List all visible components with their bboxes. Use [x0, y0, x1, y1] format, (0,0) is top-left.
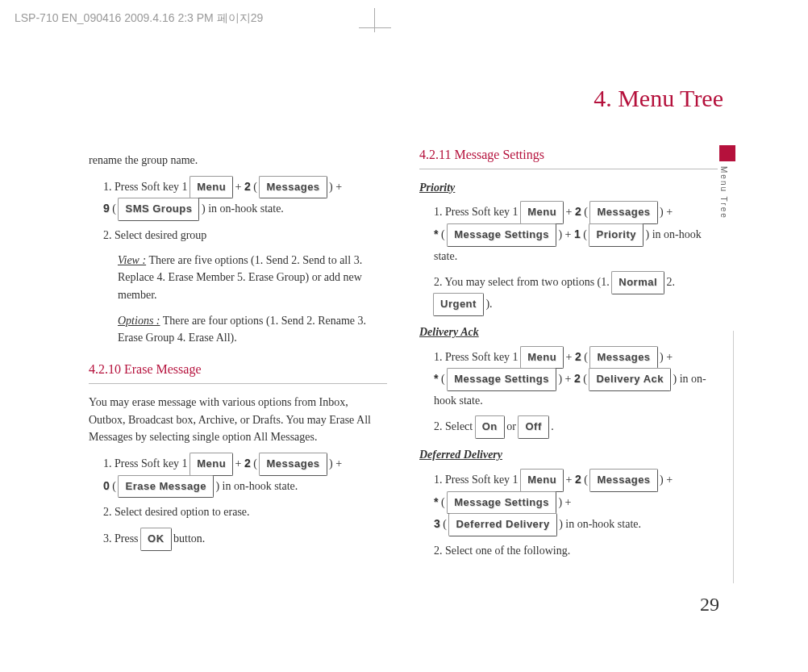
body-text: 1. Press Soft key 1	[434, 474, 521, 486]
messages-button: Messages	[260, 177, 326, 198]
body-text: +	[235, 181, 244, 193]
section-heading: 4.2.10 Erase Message	[89, 360, 387, 384]
vertical-rule	[733, 331, 734, 583]
body-text: 1. Press Soft key 1	[434, 206, 521, 218]
body-text: .	[551, 420, 554, 432]
menu-button: Menu	[190, 177, 232, 198]
body-text: +	[566, 474, 575, 486]
message-settings-button: Message Settings	[448, 492, 556, 514]
delivery-ack-button: Delivery Ack	[589, 369, 670, 390]
body-text: ) +	[660, 351, 673, 363]
body-text: 1. Press Soft key 1	[434, 351, 521, 363]
body-text: There are five options (1. Send 2. Send …	[118, 254, 362, 301]
on-button: On	[476, 416, 504, 438]
emphasis: Options :	[118, 315, 160, 327]
crop-mark-icon	[363, 16, 387, 40]
key-1: 1	[574, 227, 581, 240]
key-2: 2	[575, 350, 581, 363]
body-text: ) +	[558, 228, 574, 240]
off-button: Off	[519, 416, 548, 438]
body-text: 1. Press Soft key 1	[103, 457, 190, 470]
key-0: 0	[103, 479, 110, 492]
side-tab-label: Menu Tree	[719, 166, 728, 219]
list-item: 2. Select desired group	[103, 225, 387, 247]
body-text: ).	[485, 298, 492, 310]
message-settings-button: Message Settings	[448, 224, 556, 246]
emphasis: View :	[118, 254, 146, 266]
key-2: 2	[574, 372, 581, 385]
list-item: 2. You may select from two options (1. N…	[434, 272, 718, 315]
list-item: 2. Select desired option to erase.	[103, 502, 387, 524]
body-text: 1. Press Soft key 1	[103, 181, 190, 193]
menu-button: Menu	[521, 347, 563, 369]
body-text: ) +	[660, 206, 673, 218]
chapter-title: 4. Menu Tree	[594, 85, 723, 112]
section-marker-icon	[719, 145, 735, 161]
column-right: 4.2.11 Message Settings Priority 1. Pres…	[419, 145, 718, 567]
pdf-header-meta: LSP-710 EN_090416 2009.4.16 2:3 PM 페이지29	[15, 11, 263, 26]
body-text: ) +	[558, 496, 571, 508]
body-text: ) +	[558, 373, 574, 385]
messages-button: Messages	[590, 347, 656, 369]
menu-button: Menu	[521, 202, 563, 223]
body-text: ) in on-hook state.	[559, 518, 641, 530]
key-2: 2	[575, 473, 581, 486]
key-star: *	[434, 372, 438, 385]
key-2: 2	[244, 457, 251, 470]
page-number: 29	[700, 594, 719, 616]
sms-groups-button: SMS Groups	[119, 198, 198, 220]
sub-heading-delivery-ack: Delivery Ack	[419, 323, 718, 341]
body-text: 2.	[667, 276, 676, 288]
deferred-delivery-button: Deferred Delivery	[449, 514, 556, 536]
list-item: 1. Press Soft key 1 Menu + 2 ( Messages …	[434, 201, 718, 267]
message-settings-button: Message Settings	[448, 369, 556, 390]
key-2: 2	[244, 180, 251, 193]
body-text: ) +	[329, 457, 342, 470]
priority-button: Priority	[589, 224, 643, 246]
list-item: 3. Press OK button.	[103, 528, 387, 550]
menu-button: Menu	[190, 453, 232, 475]
note-options: Options : There are four options (1. Sen…	[118, 312, 387, 347]
list-item: 2. Select one of the following.	[434, 541, 718, 562]
normal-button: Normal	[612, 272, 664, 294]
messages-button: Messages	[590, 202, 656, 223]
section-heading: 4.2.11 Message Settings	[419, 145, 718, 169]
body-text: or	[506, 420, 519, 432]
body-text: )	[673, 373, 677, 385]
body-text: +	[566, 206, 575, 218]
ok-button: OK	[141, 528, 171, 550]
body-text: 2. Select	[434, 420, 476, 432]
body-text: ) +	[660, 474, 673, 486]
list-item: 1. Press Soft key 1 Menu + 2 ( Messages …	[434, 469, 718, 536]
body-text: You may erase message with various optio…	[89, 394, 387, 446]
key-star: *	[434, 495, 438, 508]
menu-button: Menu	[521, 470, 563, 491]
list-item: 2. Select On or Off .	[434, 416, 718, 438]
list-item: 1. Press Soft key 1 Menu + 2 ( Messages …	[434, 346, 718, 412]
body-text: ) in on-hook state.	[215, 480, 298, 492]
body-text: +	[566, 351, 575, 363]
body-text: 3. Press	[103, 532, 141, 545]
sub-heading-priority: Priority	[419, 179, 718, 197]
note-view: View : There are five options (1. Send 2…	[118, 252, 387, 304]
list-item: 1. Press Soft key 1 Menu + 2 ( Messages …	[103, 176, 387, 220]
messages-button: Messages	[590, 470, 656, 491]
body-text: rename the group name.	[89, 152, 387, 169]
body-text: +	[235, 457, 244, 470]
side-tab: Menu Tree	[719, 145, 735, 219]
erase-message-button: Erase Message	[119, 476, 212, 498]
key-star: *	[434, 227, 438, 240]
key-9: 9	[103, 202, 110, 215]
body-text: 2. You may select from two options (1.	[434, 276, 612, 288]
list-item: 1. Press Soft key 1 Menu + 2 ( Messages …	[103, 453, 387, 497]
urgent-button: Urgent	[434, 294, 483, 315]
body-text: button.	[173, 532, 205, 545]
messages-button: Messages	[260, 453, 326, 475]
sub-heading-deferred-delivery: Deferred Delivery	[419, 446, 718, 464]
body-text: ) in on-hook state.	[202, 202, 284, 215]
body-text: ) +	[329, 181, 342, 193]
column-left: rename the group name. 1. Press Soft key…	[89, 145, 387, 555]
key-3: 3	[434, 517, 440, 530]
key-2: 2	[575, 205, 581, 218]
